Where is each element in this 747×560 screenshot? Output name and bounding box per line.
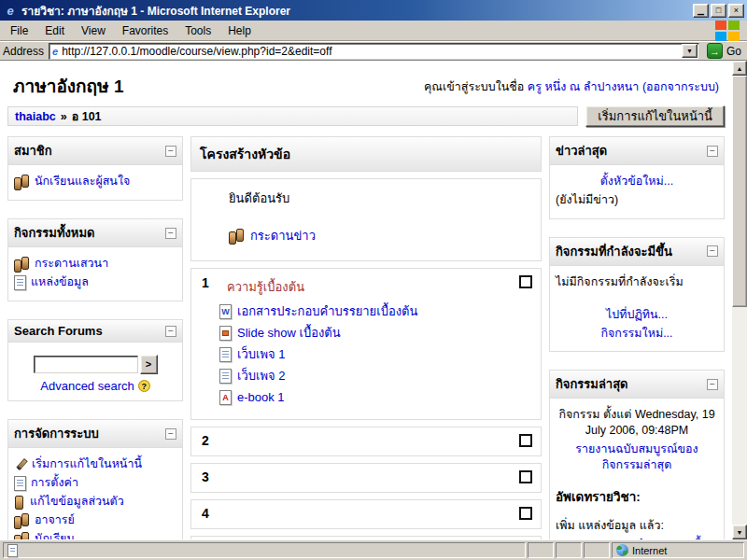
block-admin-title: การจัดการระบบ: [14, 424, 99, 443]
go-arrow-icon: →: [707, 43, 723, 59]
minimize-button[interactable]: ▁: [693, 4, 709, 18]
collapse-block-icon[interactable]: −: [707, 245, 718, 257]
welcome-text: ยินดีต้อนรับ: [229, 189, 533, 208]
block-recent-title: กิจกรรมล่าสุด: [556, 374, 628, 394]
activity-since-text: กิจกรรม ตั้งแต่ Wednesday, 19 July 2006,…: [556, 407, 718, 439]
user-profile-link[interactable]: ครู หนึ่ง ณ ลำปางหนา: [528, 80, 640, 93]
status-bar: Internet: [0, 539, 747, 560]
address-input[interactable]: e http://127.0.0.1/moodle/course/view.ph…: [49, 43, 699, 60]
menu-item-tools[interactable]: Tools: [176, 22, 219, 39]
collapse-block-icon[interactable]: −: [707, 146, 718, 157]
collapse-block-icon[interactable]: −: [165, 228, 176, 239]
add-new-topic-link[interactable]: ตั้งหัวข้อใหม่...: [600, 175, 674, 188]
webpage-icon: [219, 347, 232, 362]
person-icon: [14, 495, 25, 510]
block-administration: การจัดการระบบ − เริ่มการแก้ไขในหน้านี้ ก…: [7, 419, 183, 539]
scrollbar-thumb[interactable]: [732, 76, 747, 307]
word-doc-icon: W: [219, 304, 232, 319]
address-label: Address: [3, 45, 44, 58]
participants-link[interactable]: นักเรียนและผู้สนใจ: [35, 174, 130, 189]
close-button[interactable]: ×: [728, 4, 744, 18]
scroll-down-button[interactable]: ▼: [732, 525, 747, 539]
ie-logo-icon: e: [3, 4, 18, 18]
section-visibility-checkbox[interactable]: [519, 507, 532, 520]
breadcrumb-separator: »: [61, 110, 67, 123]
admin-turn-editing-link[interactable]: เริ่มการแก้ไขในหน้านี้: [32, 456, 142, 472]
section-1: 1 ความรู้เบื้องต้น W เอกสารประกอบคำบรรยา…: [190, 268, 542, 420]
search-forums-input[interactable]: [34, 356, 138, 373]
resource-link-word[interactable]: เอกสารประกอบคำบรรยายเบื้องต้น: [237, 303, 417, 320]
maximize-button[interactable]: □: [711, 4, 726, 18]
help-icon[interactable]: ?: [138, 380, 150, 392]
section-2: 2: [190, 427, 542, 456]
admin-students-link[interactable]: นักเรียน: [35, 531, 75, 539]
block-members: สมาชิก − นักเรียนและผู้สนใจ: [7, 136, 183, 201]
menu-bar: File Edit View Favorites Tools Help: [0, 21, 747, 41]
no-upcoming-text: ไม่มีกิจกรรมที่กำลังจะเริ่ม: [556, 274, 718, 290]
block-search-forums: Search Forums − > Advanced search ?: [7, 319, 183, 401]
section-3: 3: [190, 463, 542, 493]
people-icon: [14, 532, 30, 540]
block-members-title: สมาชิก: [14, 141, 52, 161]
block-upcoming-events: กิจกรรมที่กำลังจะมีขึ้น − ไม่มีกิจกรรมที…: [549, 237, 725, 353]
document-icon: [7, 544, 18, 557]
new-event-link[interactable]: กิจกรรมใหม่...: [600, 327, 672, 340]
resource-icon: [14, 275, 26, 290]
vertical-scrollbar[interactable]: ▲ ▼: [732, 61, 747, 539]
status-pane: [556, 542, 582, 558]
logout-link[interactable]: (ออกจากระบบ): [642, 80, 719, 93]
breadcrumb: thaiabc » อ 101: [7, 106, 578, 126]
go-button[interactable]: → Go: [704, 43, 744, 59]
collapse-block-icon[interactable]: −: [707, 379, 718, 390]
breadcrumb-root-link[interactable]: thaiabc: [15, 110, 56, 123]
go-to-calendar-link[interactable]: ไปที่ปฏิทิน...: [606, 308, 668, 321]
menu-item-edit[interactable]: Edit: [36, 22, 73, 39]
scroll-up-button[interactable]: ▲: [732, 61, 747, 76]
no-news-text: (ยังไม่มีข่าว): [556, 192, 718, 208]
full-report-link[interactable]: รายงานฉบับสมบูรณ์ของกิจกรรมล่าสุด: [575, 442, 698, 471]
resource-link-ebook[interactable]: e-book 1: [237, 389, 285, 406]
scrollbar-track[interactable]: [732, 307, 747, 525]
resource-link-slideshow[interactable]: Slide show เบื้องต้น: [237, 325, 341, 342]
resource-link-webpage2[interactable]: เว็บเพจ 2: [237, 368, 285, 385]
status-zone-text: Internet: [632, 545, 667, 556]
collapse-block-icon[interactable]: −: [165, 428, 176, 440]
address-dropdown-button[interactable]: ▼: [682, 44, 698, 58]
collapse-block-icon[interactable]: −: [165, 326, 176, 337]
menu-item-view[interactable]: View: [73, 22, 114, 39]
added-resource-text: เพิ่ม แหล่งข้อมูล แล้ว:: [556, 518, 718, 534]
resources-link[interactable]: แหล่งข้อมูล: [31, 274, 89, 290]
right-sidebar: ข่าวล่าสุด − ตั้งหัวข้อใหม่... (ยังไม่มี…: [549, 136, 725, 539]
edit-pen-icon: [14, 458, 27, 471]
resource-link-webpage1[interactable]: เว็บเพจ 1: [237, 346, 285, 363]
block-search-title: Search Forums: [14, 324, 103, 338]
block-recent-activity: กิจกรรมล่าสุด − กิจกรรม ตั้งแต่ Wednesda…: [549, 370, 725, 539]
advanced-search-link[interactable]: Advanced search: [40, 379, 134, 393]
section-visibility-checkbox[interactable]: [519, 434, 532, 447]
admin-settings-link[interactable]: การตั้งค่า: [31, 475, 78, 491]
section-visibility-checkbox[interactable]: [519, 470, 532, 483]
menu-item-favorites[interactable]: Favorites: [114, 22, 176, 39]
section-4: 4: [190, 499, 542, 529]
collapse-block-icon[interactable]: −: [165, 146, 176, 157]
browser-window: e รายวิชา: ภาษาอังกฤษ 1 - Microsoft Inte…: [0, 0, 747, 560]
menu-item-help[interactable]: Help: [219, 22, 260, 39]
forums-link[interactable]: กระดานเสวนา: [35, 256, 108, 272]
status-pane: [584, 542, 610, 558]
search-go-button[interactable]: >: [140, 355, 158, 374]
section-number: 5: [191, 537, 219, 539]
admin-edit-profile-link[interactable]: แก้ไขข้อมูลส่วนตัว: [30, 494, 124, 510]
news-forum-link[interactable]: กระดานข่าว: [250, 228, 316, 245]
section-visibility-checkbox[interactable]: [519, 275, 532, 288]
url-text: http://127.0.0.1/moodle/course/view.php?…: [62, 45, 678, 58]
topic-outline: โครงสร้างหัวข้อ ยินดีต้อนรับ กระดานข่าว: [190, 136, 542, 539]
course-updates-heading: อัพเดทรายวิชา:: [556, 486, 718, 507]
menu-item-file[interactable]: File: [2, 22, 36, 39]
globe-icon: [616, 544, 628, 556]
section-summary: ความรู้เบื้องต้น: [227, 277, 505, 297]
block-upcoming-title: กิจกรรมที่กำลังจะมีขึ้น: [556, 242, 672, 261]
added-resource-link[interactable]: เอกสารประกอบคำบรรยายเบื้องต้น: [556, 538, 713, 539]
admin-teachers-link[interactable]: อาจารย์: [35, 512, 75, 528]
turn-editing-on-button[interactable]: เริ่มการแก้ไขในหน้านี้: [585, 105, 725, 127]
page-favicon-icon: e: [52, 46, 58, 57]
